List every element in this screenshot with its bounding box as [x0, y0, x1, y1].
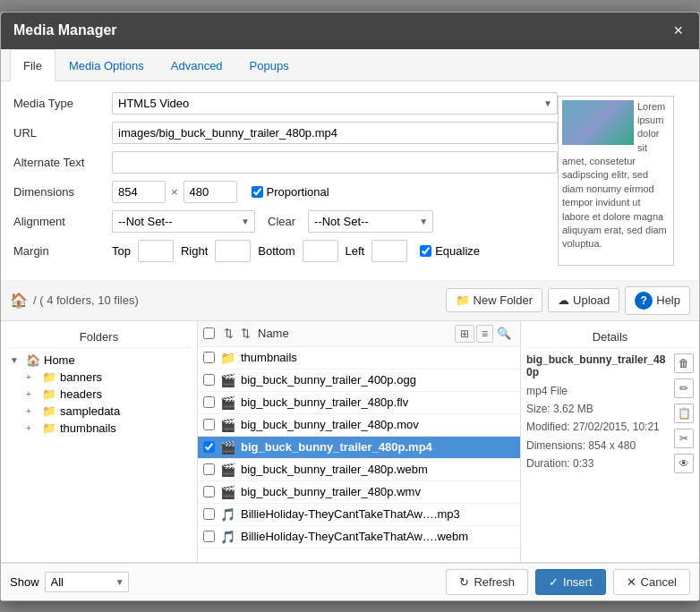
tab-popups[interactable]: Popups: [236, 49, 303, 81]
file-checkbox[interactable]: [203, 419, 215, 430]
url-input[interactable]: [112, 122, 558, 144]
margin-bottom-input[interactable]: [303, 240, 338, 262]
equalize-checkbox[interactable]: [420, 245, 431, 257]
delete-button[interactable]: 🗑: [674, 353, 694, 373]
audio-icon: 🎵: [220, 530, 235, 544]
show-area: Show All Images Videos Audio Documents: [10, 572, 129, 592]
tab-media-options[interactable]: Media Options: [55, 49, 158, 81]
tab-file[interactable]: File: [10, 49, 55, 81]
align-row: --Not Set-- Clear --Not Set--: [112, 210, 558, 233]
close-button[interactable]: ×: [670, 21, 687, 40]
scissors-button[interactable]: ✂: [674, 429, 694, 448]
details-header: Details: [526, 327, 694, 348]
margin-top-input[interactable]: [138, 240, 174, 262]
home-expander[interactable]: ▼: [10, 355, 22, 365]
clear-select-wrap: --Not Set--: [308, 210, 433, 233]
file-row[interactable]: 🎵 BillieHoliday-TheyCantTakeThatAw….mp3: [198, 504, 520, 526]
alt-text-input[interactable]: [112, 151, 558, 174]
file-row[interactable]: 🎬 big_buck_bunny_trailer_480p.mov: [198, 414, 520, 437]
home-button[interactable]: 🏠: [10, 292, 28, 309]
file-checkbox[interactable]: [203, 486, 215, 497]
grid-view-button[interactable]: ⊞: [455, 325, 474, 343]
checkmark-icon: ✓: [549, 575, 559, 589]
file-row[interactable]: 🎬 big_buck_bunny_trailer_480p.flv: [198, 392, 520, 414]
file-row[interactable]: 🎬 big_buck_bunny_trailer_480p.wmv: [198, 481, 520, 504]
margin-row: Margin Top Right Bottom Left Equalize: [13, 240, 558, 262]
preview-button[interactable]: 👁: [674, 454, 694, 473]
folders-header: Folders: [6, 327, 192, 348]
file-checkbox[interactable]: [203, 441, 215, 453]
file-row[interactable]: 🎬 big_buck_bunny_trailer_480p.webm: [198, 459, 520, 481]
thumbnails-expander[interactable]: +: [26, 423, 38, 433]
form-fields: Media Type HTML5 Video URL Alternate Tex…: [13, 92, 558, 269]
details-info: mp4 File Size: 3.62 MB Modified: 27/02/2…: [526, 382, 670, 473]
audio-icon: 🎵: [220, 507, 235, 522]
file-name: big_buck_bunny_trailer_480p.flv: [241, 395, 408, 409]
video-icon: 🎬: [220, 440, 235, 455]
tab-advanced[interactable]: Advanced: [158, 49, 236, 81]
sort-za-button[interactable]: ⇅: [237, 325, 254, 342]
search-button[interactable]: 🔍: [493, 325, 515, 342]
height-input[interactable]: [184, 181, 237, 203]
modal-title: Media Manager: [13, 22, 117, 38]
alignment-select[interactable]: --Not Set--: [112, 210, 255, 233]
tree-item-banners[interactable]: + 📁 banners: [22, 369, 192, 386]
media-manager-modal: Media Manager × File Media Options Advan…: [0, 12, 700, 601]
tree-item-headers[interactable]: + 📁 headers: [22, 386, 192, 403]
file-checkbox[interactable]: [203, 352, 215, 363]
copy-button[interactable]: 📋: [674, 404, 694, 423]
browser-body: Folders ▼ 🏠 Home + 📁 banners + 📁 headers: [1, 321, 699, 563]
folder-icon: 📁: [220, 351, 235, 365]
tree-home[interactable]: ▼ 🏠 Home: [6, 352, 192, 369]
headers-expander[interactable]: +: [26, 389, 38, 399]
file-name: BillieHoliday-TheyCantTakeThatAw….webm: [241, 530, 468, 543]
details-panel: Details big_buck_bunny_trailer_480p mp4 …: [520, 321, 699, 562]
file-checkbox[interactable]: [203, 396, 215, 408]
clear-select[interactable]: --Not Set--: [308, 210, 433, 233]
file-name: big_buck_bunny_trailer_480p.webm: [241, 463, 428, 476]
breadcrumb: / ( 4 folders, 10 files): [33, 293, 440, 307]
refresh-button[interactable]: ↻ Refresh: [446, 569, 528, 595]
margin-left-input[interactable]: [371, 240, 407, 262]
sampledata-expander[interactable]: +: [26, 406, 38, 416]
sampledata-label: sampledata: [60, 404, 120, 418]
media-type-select[interactable]: HTML5 Video: [112, 92, 558, 115]
tree-item-thumbnails[interactable]: + 📁 thumbnails: [22, 420, 192, 437]
new-folder-button[interactable]: 📁 New Folder: [446, 288, 542, 312]
file-row[interactable]: 🎵 BillieHoliday-TheyCantTakeThatAw….webm: [198, 526, 520, 548]
file-row-selected[interactable]: 🎬 big_buck_bunny_trailer_480p.mp4: [198, 437, 520, 459]
media-type-label: Media Type: [13, 97, 112, 110]
file-checkbox[interactable]: [203, 531, 215, 542]
proportional-checkbox[interactable]: [252, 186, 263, 198]
margin-right-input[interactable]: [215, 240, 251, 262]
details-duration: Duration: 0:33: [526, 455, 670, 472]
show-select[interactable]: All Images Videos Audio Documents: [45, 572, 129, 592]
tree-item-sampledata[interactable]: + 📁 sampledata: [22, 403, 192, 420]
name-column-header: Name: [254, 327, 455, 340]
edit-button[interactable]: ✏: [674, 378, 694, 398]
home-label: Home: [44, 353, 75, 367]
equalize-wrap: Equalize: [420, 244, 480, 258]
upload-icon: ☁: [558, 293, 569, 307]
file-checkbox[interactable]: [203, 508, 215, 520]
insert-button[interactable]: ✓ Insert: [535, 569, 606, 595]
file-checkbox[interactable]: [203, 374, 215, 386]
browser-toolbar: 🏠 / ( 4 folders, 10 files) 📁 New Folder …: [1, 281, 699, 321]
help-button[interactable]: ? Help: [625, 286, 690, 315]
cancel-button[interactable]: ✕ Cancel: [613, 569, 690, 595]
file-row[interactable]: 📁 thumbnails: [198, 347, 520, 370]
video-icon: 🎬: [220, 463, 235, 477]
file-row[interactable]: 🎬 big_buck_bunny_trailer_400p.ogg: [198, 370, 520, 392]
file-list: 📁 thumbnails 🎬 big_buck_bunny_trailer_40…: [198, 347, 520, 562]
margin-inputs: Top Right Bottom Left Equalize: [112, 240, 558, 262]
banners-expander[interactable]: +: [26, 372, 38, 382]
list-view-button[interactable]: ≡: [476, 325, 493, 343]
file-name: big_buck_bunny_trailer_400p.ogg: [241, 373, 416, 387]
width-input[interactable]: [112, 181, 166, 203]
select-all-checkbox[interactable]: [203, 327, 215, 339]
sort-az-button[interactable]: ⇅: [220, 325, 237, 342]
upload-button[interactable]: ☁ Upload: [548, 288, 619, 312]
file-checkbox[interactable]: [203, 463, 215, 475]
details-inner: big_buck_bunny_trailer_480p mp4 File Siz…: [526, 353, 694, 473]
home-icon: 🏠: [26, 353, 40, 367]
